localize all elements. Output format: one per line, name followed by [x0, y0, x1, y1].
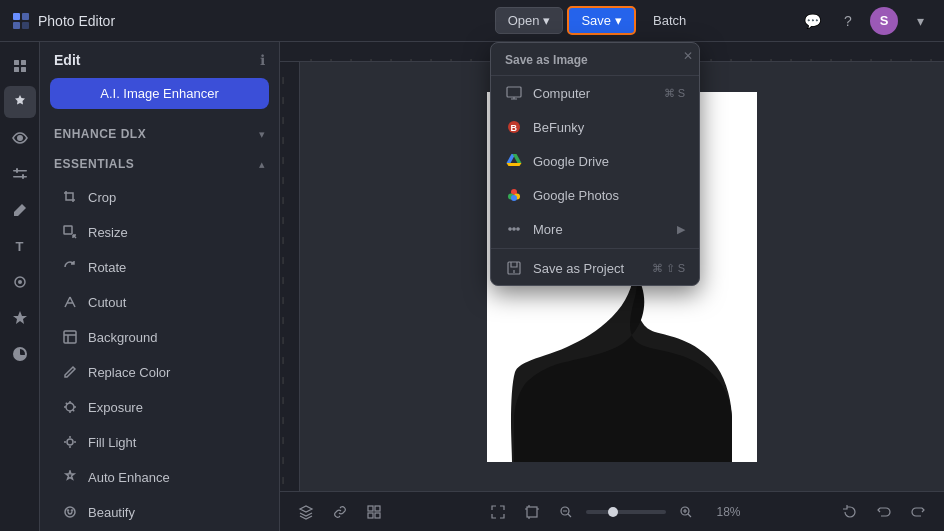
computer-label: Computer [533, 86, 654, 101]
more-arrow-icon: ▶ [677, 223, 685, 236]
more-icon [505, 220, 523, 238]
save-as-project-item[interactable]: Save as Project ⌘ ⇧ S [491, 251, 699, 285]
svg-rect-87 [507, 87, 521, 97]
more-label: More [533, 222, 667, 237]
save-to-befunky-item[interactable]: B BeFunky [491, 110, 699, 144]
gdrive-label: Google Drive [533, 154, 675, 169]
svg-point-93 [511, 195, 517, 201]
svg-point-94 [509, 228, 511, 230]
befunky-icon: B [505, 118, 523, 136]
save-to-gdrive-item[interactable]: Google Drive [491, 144, 699, 178]
save-to-gphotos-item[interactable]: Google Photos [491, 178, 699, 212]
save-project-icon [505, 259, 523, 277]
google-photos-icon [505, 186, 523, 204]
dropdown-header: Save as Image [491, 43, 699, 76]
save-dropdown-menu: ✕ Save as Image Computer ⌘ S B BeFunky [490, 42, 700, 286]
svg-point-95 [513, 228, 515, 230]
computer-icon [505, 84, 523, 102]
befunky-label: BeFunky [533, 120, 675, 135]
save-project-label: Save as Project [533, 261, 642, 276]
svg-text:B: B [511, 123, 518, 133]
computer-shortcut: ⌘ S [664, 87, 685, 100]
svg-point-96 [517, 228, 519, 230]
project-shortcut: ⌘ ⇧ S [652, 262, 685, 275]
dropdown-overlay[interactable] [0, 0, 944, 531]
save-more-item[interactable]: More ▶ [491, 212, 699, 246]
gphotos-label: Google Photos [533, 188, 675, 203]
google-drive-icon [505, 152, 523, 170]
save-to-computer-item[interactable]: Computer ⌘ S [491, 76, 699, 110]
dropdown-close-icon[interactable]: ✕ [683, 49, 693, 63]
dropdown-divider [491, 248, 699, 249]
